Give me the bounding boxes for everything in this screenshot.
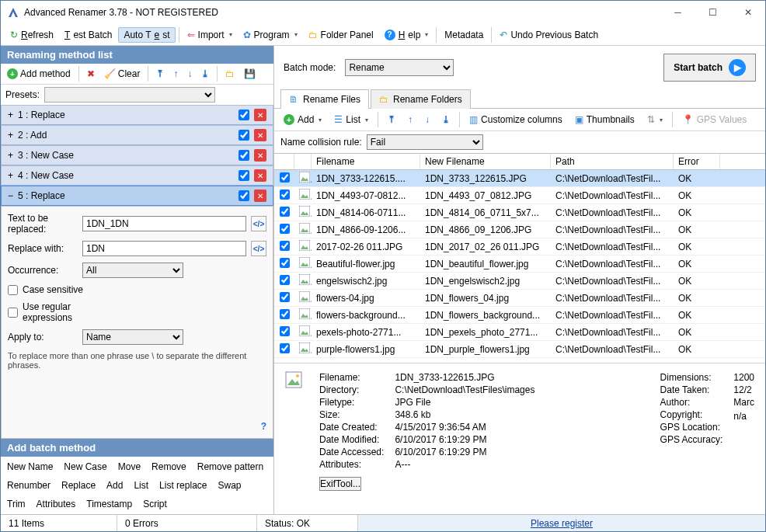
clear-methods-button[interactable]: 🧹Clear [101,67,144,81]
row-checkbox[interactable] [280,309,290,319]
add-batch-list-replace[interactable]: List replace [159,480,207,491]
method-4[interactable]: +4 : New Case✕ [1,165,273,186]
table-row[interactable]: purple-flowers1.jpg 1DN_purple_flowers1.… [274,341,765,358]
add-batch-remove[interactable]: Remove [151,461,186,472]
start-batch-button[interactable]: Start batch ▶ [663,54,756,82]
add-batch-list[interactable]: List [134,480,148,491]
table-row[interactable]: engelswisch2.jpg 1DN_engelswisch2.jpg C:… [274,273,765,290]
case-sensitive-checkbox[interactable] [8,285,18,295]
table-row[interactable]: 1DN_4866-09-1206... 1DN_4866_09_1206.JPG… [274,221,765,238]
auto-test-button[interactable]: Auto Test [118,27,175,43]
method-3[interactable]: +3 : New Case✕ [1,145,273,165]
row-checkbox[interactable] [280,207,290,217]
program-button[interactable]: ✿Program▾ [239,28,302,42]
table-row[interactable]: flowers-04.jpg 1DN_flowers_04.jpg C:\Net… [274,290,765,307]
help-button[interactable]: ?Help▾ [380,28,433,42]
method-remove-button[interactable]: ✕ [254,169,266,182]
move-down-file-button[interactable]: ↓ [420,113,434,127]
move-up-button[interactable]: ↑ [170,67,181,81]
method-remove-button[interactable]: ✕ [254,109,266,121]
replace-with-input[interactable] [82,241,246,256]
method-enable-checkbox[interactable] [239,130,249,141]
test-batch-button[interactable]: Test Batch [60,28,117,42]
row-checkbox[interactable] [280,224,290,234]
help-icon[interactable]: ? [261,421,266,432]
row-checkbox[interactable] [280,241,290,251]
gps-values-button[interactable]: 📍GPS Values [677,113,751,127]
table-row[interactable]: flowers-background... 1DN_flowers_backgr… [274,307,765,324]
add-batch-new-name[interactable]: New Name [7,461,53,472]
table-row[interactable]: 1DN_4493-07-0812... 1DN_4493_07_0812.JPG… [274,187,765,204]
col-error[interactable]: Error [674,154,720,169]
method-1[interactable]: +1 : Replace✕ [1,105,273,125]
table-row[interactable]: 2017-02-26 011.JPG 1DN_2017_02_26 011.JP… [274,238,765,256]
presets-select[interactable] [44,87,215,103]
customize-columns-button[interactable]: ▥Customize columns [465,113,567,127]
add-batch-new-case[interactable]: New Case [64,461,106,472]
import-button[interactable]: ⇐Import▾ [183,28,237,42]
col-path[interactable]: Path [551,154,674,169]
metadata-button[interactable]: Metadata [440,28,488,42]
refresh-button[interactable]: ↻Refresh [5,28,58,42]
move-down-button[interactable]: ↓ [184,67,195,81]
col-filename[interactable]: Filename [312,154,420,169]
sort-menu-button[interactable]: ⇅▾ [642,113,667,127]
method-remove-button[interactable]: ✕ [254,129,266,141]
method-5[interactable]: −5 : Replace✕ [1,186,273,206]
undo-button[interactable]: ↶Undo Previous Batch [495,28,603,42]
move-up-file-button[interactable]: ↑ [403,113,417,127]
tag-button-1[interactable]: </> [251,216,266,231]
move-top-button[interactable]: ⤒ [153,67,167,81]
row-checkbox[interactable] [280,172,290,183]
row-checkbox[interactable] [280,292,290,302]
save-button[interactable]: 💾 [241,67,259,81]
table-row[interactable]: 1DN_4814-06-0711... 1DN_4814_06_0711_5x7… [274,204,765,221]
exiftool-button[interactable]: ExifTool... [319,477,361,491]
apply-to-select[interactable]: Name [82,329,183,345]
text-replace-input[interactable] [82,216,246,231]
folder-panel-button[interactable]: 🗀Folder Panel [304,28,378,42]
add-batch-remove-pattern[interactable]: Remove pattern [197,461,263,472]
thumbnails-button[interactable]: ▣Thumbnails [570,113,639,127]
list-menu-button[interactable]: ☰List▾ [329,113,373,127]
table-row[interactable]: pexels-photo-2771... 1DN_pexels_photo_27… [274,324,765,341]
row-checkbox[interactable] [280,275,290,285]
minimize-button[interactable]: ─ [660,1,695,24]
add-batch-add[interactable]: Add [106,480,123,491]
add-method-button[interactable]: +Add method [4,67,74,81]
row-checkbox[interactable] [280,326,290,336]
move-top-file-button[interactable]: ⤒ [383,113,400,127]
add-batch-attributes[interactable]: Attributes [37,499,76,509]
tab-rename-folders[interactable]: 🗀Rename Folders [371,89,471,109]
add-batch-swap[interactable]: Swap [218,480,241,491]
row-checkbox[interactable] [280,190,290,200]
add-batch-trim[interactable]: Trim [7,499,26,509]
occurrence-select[interactable]: All [82,263,183,278]
method-remove-button[interactable]: ✕ [254,149,266,162]
register-link[interactable]: Please register [358,515,765,531]
batch-mode-select[interactable]: Rename [345,59,454,76]
method-remove-button[interactable]: ✕ [254,190,266,202]
method-enable-checkbox[interactable] [239,190,249,201]
tag-button-2[interactable]: </> [251,241,266,256]
col-new-filename[interactable]: New Filename [420,154,551,169]
delete-method-button[interactable]: ✖ [84,67,98,81]
method-enable-checkbox[interactable] [239,110,249,120]
table-row[interactable]: 1DN_3733-122615.... 1DN_3733_122615.JPG … [274,170,765,187]
table-row[interactable]: Beautiful-flower.jpg 1DN_beautiful_flowe… [274,256,765,273]
method-enable-checkbox[interactable] [239,150,249,161]
row-checkbox[interactable] [280,343,290,353]
close-button[interactable]: ✕ [730,1,765,24]
add-files-button[interactable]: +Add▾ [279,113,326,127]
regex-checkbox[interactable] [8,308,18,318]
add-batch-script[interactable]: Script [143,499,167,509]
method-enable-checkbox[interactable] [239,170,249,181]
open-button[interactable]: 🗀 [222,67,238,81]
move-bottom-file-button[interactable]: ⤓ [437,113,454,127]
collision-select[interactable]: Fail [367,134,483,150]
tab-rename-files[interactable]: 🗎Rename Files [280,89,369,109]
add-batch-renumber[interactable]: Renumber [7,480,50,491]
add-batch-replace[interactable]: Replace [61,480,96,491]
add-batch-move[interactable]: Move [118,461,141,472]
move-bottom-button[interactable]: ⤓ [198,67,212,81]
